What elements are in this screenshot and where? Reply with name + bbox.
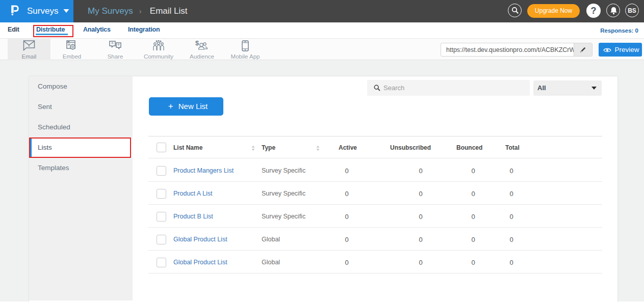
svg-text:$: $ — [195, 40, 199, 47]
